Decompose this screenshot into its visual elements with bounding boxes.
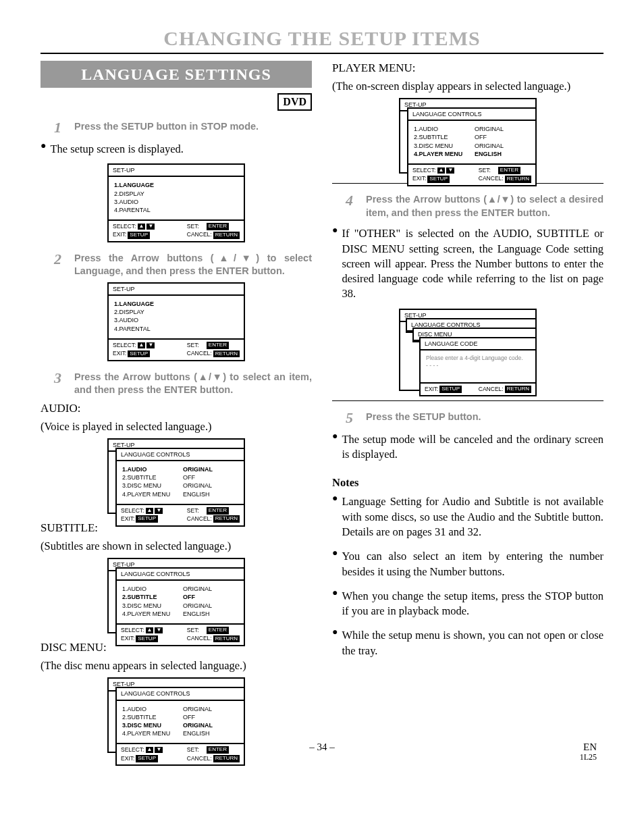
osd-subtitle: SET-UP LANGUAGE CONTROLS 1.AUDIOORIGINAL… bbox=[41, 558, 312, 633]
title-rule bbox=[41, 53, 603, 54]
osd-item: 4.PARENTAL bbox=[114, 206, 238, 214]
osd-item: 2.DISPLAY bbox=[114, 190, 238, 198]
manual-page: CHANGING THE SETUP ITEMS LANGUAGE SETTIN… bbox=[0, 0, 644, 834]
step-1: 1 Press the SETUP button in STOP mode. bbox=[54, 120, 312, 135]
page-footer: – 34 – EN 1L25 bbox=[0, 741, 644, 753]
dvd-badge: DVD bbox=[277, 93, 312, 111]
osd-item: 3.AUDIO bbox=[114, 316, 238, 324]
osd-item: 1.LANGUAGE bbox=[114, 300, 238, 308]
code-dashes: - - - - bbox=[426, 362, 530, 369]
step-text: Press the Arrow buttons (▲/▼) to select … bbox=[366, 193, 603, 219]
osd-header: SET-UP bbox=[109, 284, 244, 296]
player-menu-sub: (The on-screen display appears in select… bbox=[332, 79, 603, 94]
doc-code: 1L25 bbox=[580, 752, 597, 762]
step-number: 4 bbox=[346, 193, 358, 208]
step-text: Press the SETUP button. bbox=[366, 411, 603, 424]
osd-setup-menu-selected: SET-UP 1.LANGUAGE 2.DISPLAY 3.AUDIO 4.PA… bbox=[41, 282, 312, 361]
lang-code: EN bbox=[583, 741, 597, 753]
osd-subheader: LANGUAGE CODE bbox=[421, 338, 535, 350]
step-number: 5 bbox=[346, 411, 358, 425]
divider bbox=[332, 400, 603, 401]
osd-footer: SELECT:▲▼ EXIT:SETUP SET: ENTER CANCEL:R… bbox=[109, 338, 244, 360]
step-text: Press the SETUP button in STOP mode. bbox=[74, 120, 312, 134]
osd-subheader: LANGUAGE CONTROLS bbox=[117, 449, 244, 461]
step-text: Press the Arrow buttons (▲/▼) to select … bbox=[74, 252, 312, 278]
subtitle-sub: (Subtitles are shown in selected languag… bbox=[41, 539, 312, 554]
page-number: – 34 – bbox=[0, 741, 644, 753]
step-5: 5 Press the SETUP button. bbox=[346, 411, 603, 425]
disc-menu-sub: (The disc menu appears in selected langu… bbox=[41, 658, 312, 673]
osd-player-menu: SET-UP LANGUAGE CONTROLS 1.AUDIOORIGINAL… bbox=[332, 98, 603, 174]
note-4: ●While the setup menu is shown, you can … bbox=[332, 625, 603, 662]
dvd-row: DVD bbox=[41, 88, 312, 111]
osd-header: SET-UP bbox=[109, 165, 244, 177]
osd-language-code: SET-UP LANGUAGE CONTROLS DISC MENU LANGU… bbox=[332, 309, 603, 391]
step-number: 3 bbox=[54, 371, 66, 386]
osd-subheader: LANGUAGE CONTROLS bbox=[117, 688, 244, 700]
bullet-text: The setup screen is displayed. bbox=[50, 142, 312, 157]
note-2: ●You can also select an item by entering… bbox=[332, 546, 603, 583]
two-column-layout: LANGUAGE SETTINGS DVD 1 Press the SETUP … bbox=[41, 61, 603, 760]
note-3: ●When you change the setup items, press … bbox=[332, 586, 603, 623]
osd-subheader: LANGUAGE CONTROLS bbox=[408, 109, 535, 121]
step-text: Press the Arrow buttons (▲/▼) to select … bbox=[74, 371, 312, 397]
step-number: 1 bbox=[54, 120, 66, 135]
bullet-text: The setup mode will be canceled and the … bbox=[342, 432, 603, 463]
notes-heading: Notes bbox=[332, 475, 603, 490]
bullet-setup-cancel: ● The setup mode will be canceled and th… bbox=[332, 429, 603, 467]
osd-setup-menu: SET-UP 1.LANGUAGE 2.DISPLAY 3.AUDIO 4.PA… bbox=[41, 163, 312, 242]
bullet-setup-displayed: ● The setup screen is displayed. bbox=[41, 139, 312, 161]
bullet-text: If "OTHER" is selected on the AUDIO, SUB… bbox=[342, 226, 603, 301]
step-2: 2 Press the Arrow buttons (▲/▼) to selec… bbox=[54, 252, 312, 278]
osd-footer: SELECT:▲▼ EXIT:SETUP SET: ENTER CANCEL:R… bbox=[109, 219, 244, 241]
step-4: 4 Press the Arrow buttons (▲/▼) to selec… bbox=[346, 193, 603, 219]
osd-item: 4.PARENTAL bbox=[114, 325, 238, 333]
step-number: 2 bbox=[54, 252, 66, 267]
code-prompt: Please enter a 4-digit Language code. bbox=[426, 355, 530, 362]
bullet-dot: ● bbox=[332, 224, 338, 237]
section-banner: LANGUAGE SETTINGS bbox=[41, 61, 312, 88]
osd-subheader: LANGUAGE CONTROLS bbox=[117, 569, 244, 581]
left-column: LANGUAGE SETTINGS DVD 1 Press the SETUP … bbox=[41, 61, 312, 760]
right-column: PLAYER MENU: (The on-screen display appe… bbox=[332, 61, 603, 760]
audio-heading: AUDIO: bbox=[41, 401, 312, 417]
step-3: 3 Press the Arrow buttons (▲/▼) to selec… bbox=[54, 371, 312, 397]
page-title: CHANGING THE SETUP ITEMS bbox=[41, 27, 603, 50]
osd-item: 2.DISPLAY bbox=[114, 308, 238, 316]
osd-item: 1.LANGUAGE bbox=[114, 181, 238, 189]
osd-item: 3.AUDIO bbox=[114, 198, 238, 206]
audio-sub: (Voice is played in selected language.) bbox=[41, 419, 312, 434]
osd-audio: SET-UP LANGUAGE CONTROLS 1.AUDIOORIGINAL… bbox=[41, 438, 312, 514]
bullet-other-note: ● If "OTHER" is selected on the AUDIO, S… bbox=[332, 224, 603, 305]
note-1: ●Language Setting for Audio and Subtitle… bbox=[332, 492, 603, 544]
bullet-dot: ● bbox=[332, 429, 338, 443]
bullet-dot: ● bbox=[41, 139, 46, 153]
player-menu-heading: PLAYER MENU: bbox=[332, 61, 603, 76]
